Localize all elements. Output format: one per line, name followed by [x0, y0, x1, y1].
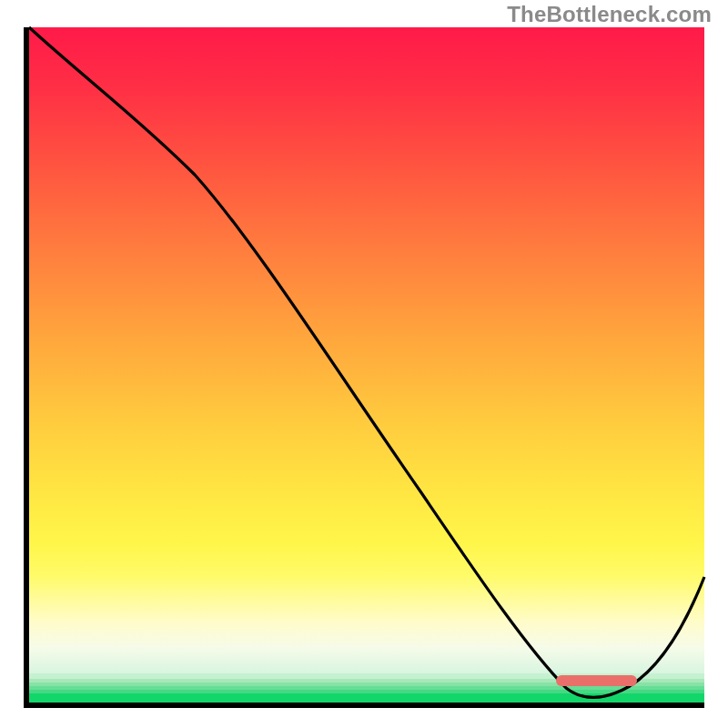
chart-area	[24, 27, 704, 708]
watermark-text: TheBottleneck.com	[507, 2, 712, 27]
chart-line	[29, 27, 704, 697]
optimal-range-bar	[556, 675, 637, 686]
chart-line-layer	[29, 27, 704, 703]
